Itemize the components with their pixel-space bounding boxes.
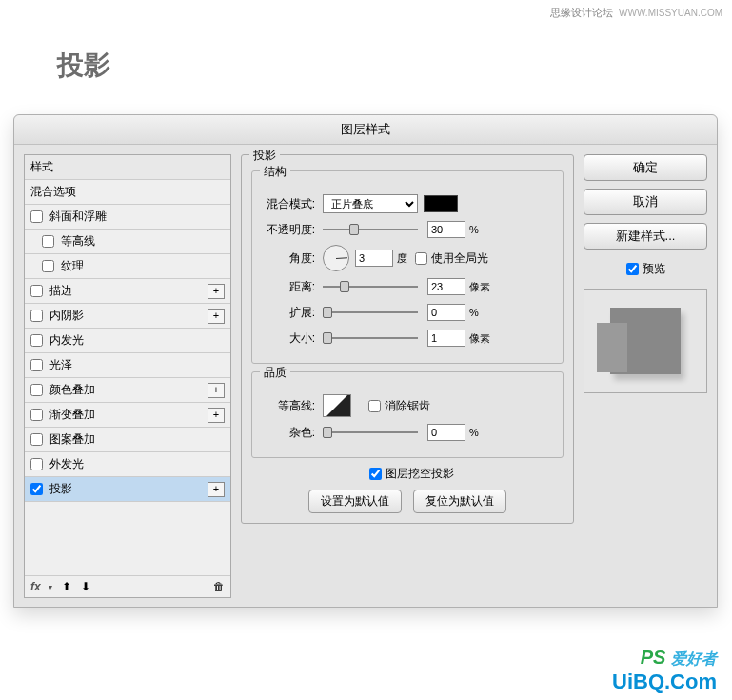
style-item-texture[interactable]: 纹理 xyxy=(25,254,230,279)
cancel-button[interactable]: 取消 xyxy=(584,189,707,215)
color-swatch[interactable] xyxy=(424,195,458,212)
opacity-input[interactable] xyxy=(427,221,465,238)
spread-label: 扩展: xyxy=(262,305,315,321)
style-item-bevel[interactable]: 斜面和浮雕 xyxy=(25,205,230,230)
style-item-drop-shadow[interactable]: 投影+ xyxy=(25,477,230,502)
distance-unit: 像素 xyxy=(469,280,490,294)
style-item-pattern-overlay[interactable]: 图案叠加 xyxy=(25,428,230,452)
angle-label: 角度: xyxy=(262,250,315,267)
blend-mode-label: 混合模式: xyxy=(262,196,315,212)
texture-checkbox[interactable] xyxy=(42,260,54,272)
gradient-overlay-checkbox[interactable] xyxy=(30,409,43,421)
distance-label: 距离: xyxy=(262,279,315,295)
preview-box xyxy=(584,289,707,393)
layer-style-dialog: 图层样式 样式 混合选项 斜面和浮雕 等高线 纹理 描边+ 内阴影+ 内发光 光… xyxy=(13,114,718,608)
group-legend: 投影 xyxy=(249,148,280,164)
spread-input[interactable] xyxy=(427,304,465,321)
brand-watermark: PS 爱好者 UiBQ.Com xyxy=(612,647,717,694)
spread-unit: % xyxy=(469,307,479,318)
blend-options-row[interactable]: 混合选项 xyxy=(25,180,230,205)
opacity-label: 不透明度: xyxy=(262,222,315,238)
preview-checkbox[interactable]: 预览 xyxy=(584,261,707,277)
inner-glow-checkbox[interactable] xyxy=(30,334,43,347)
color-overlay-checkbox[interactable] xyxy=(30,384,43,396)
style-item-inner-shadow[interactable]: 内阴影+ xyxy=(25,304,230,329)
make-default-button[interactable]: 设置为默认值 xyxy=(308,490,402,513)
arrow-up-icon[interactable]: ⬆ xyxy=(62,580,71,593)
dialog-title: 图层样式 xyxy=(14,115,717,145)
action-panel: 确定 取消 新建样式... 预览 xyxy=(584,154,707,598)
add-icon[interactable]: + xyxy=(208,408,225,423)
add-icon[interactable]: + xyxy=(208,309,225,324)
distance-input[interactable] xyxy=(427,278,465,295)
styles-sidebar: 样式 混合选项 斜面和浮雕 等高线 纹理 描边+ 内阴影+ 内发光 光泽 颜色叠… xyxy=(24,154,231,598)
structure-legend: 结构 xyxy=(260,164,290,180)
page-title: 投影 xyxy=(57,48,110,84)
bevel-checkbox[interactable] xyxy=(30,210,43,223)
angle-dial[interactable] xyxy=(323,245,349,271)
noise-input[interactable] xyxy=(427,424,465,441)
size-unit: 像素 xyxy=(469,331,490,346)
watermark: 思缘设计论坛WWW.MISSYUAN.COM xyxy=(550,6,722,20)
ok-button[interactable]: 确定 xyxy=(584,154,707,181)
settings-panel: 投影 结构 混合模式: 正片叠底 不透明度: % 角度 xyxy=(241,154,574,598)
satin-checkbox[interactable] xyxy=(30,359,43,371)
style-item-stroke[interactable]: 描边+ xyxy=(25,279,230,304)
style-item-contour[interactable]: 等高线 xyxy=(25,230,230,254)
style-item-color-overlay[interactable]: 颜色叠加+ xyxy=(25,378,230,403)
noise-label: 杂色: xyxy=(262,425,315,441)
reset-default-button[interactable]: 复位为默认值 xyxy=(413,490,506,513)
inner-shadow-checkbox[interactable] xyxy=(30,310,43,322)
list-footer: fx▾ ⬆ ⬇ 🗑 xyxy=(25,575,230,597)
styles-header[interactable]: 样式 xyxy=(25,155,230,180)
size-input[interactable] xyxy=(427,330,465,347)
blend-mode-select[interactable]: 正片叠底 xyxy=(323,194,418,213)
style-item-gradient-overlay[interactable]: 渐变叠加+ xyxy=(25,403,230,428)
style-item-outer-glow[interactable]: 外发光 xyxy=(25,452,230,477)
add-icon[interactable]: + xyxy=(208,284,225,299)
quality-legend: 品质 xyxy=(260,365,290,381)
global-light-checkbox[interactable]: 使用全局光 xyxy=(415,250,488,267)
angle-input[interactable] xyxy=(355,250,393,267)
add-icon[interactable]: + xyxy=(208,482,225,497)
opacity-slider[interactable] xyxy=(323,222,418,237)
knockout-checkbox[interactable]: 图层挖空投影 xyxy=(369,466,454,482)
fx-icon[interactable]: fx xyxy=(30,580,41,593)
noise-slider[interactable] xyxy=(323,425,418,440)
size-slider[interactable] xyxy=(323,330,418,346)
spread-slider[interactable] xyxy=(323,305,418,320)
drop-shadow-checkbox[interactable] xyxy=(30,483,43,495)
noise-unit: % xyxy=(469,427,479,438)
new-style-button[interactable]: 新建样式... xyxy=(584,223,707,250)
distance-slider[interactable] xyxy=(323,279,418,294)
pattern-overlay-checkbox[interactable] xyxy=(30,433,43,446)
angle-unit: 度 xyxy=(397,251,407,266)
arrow-down-icon[interactable]: ⬇ xyxy=(81,580,90,593)
style-item-satin[interactable]: 光泽 xyxy=(25,353,230,378)
trash-icon[interactable]: 🗑 xyxy=(213,580,225,593)
contour-label: 等高线: xyxy=(262,398,315,414)
style-item-inner-glow[interactable]: 内发光 xyxy=(25,329,230,353)
opacity-unit: % xyxy=(469,224,479,235)
contour-picker[interactable] xyxy=(323,394,351,417)
preview-swatch xyxy=(610,308,681,374)
add-icon[interactable]: + xyxy=(208,383,225,398)
contour-checkbox[interactable] xyxy=(42,235,54,248)
outer-glow-checkbox[interactable] xyxy=(30,458,43,470)
stroke-checkbox[interactable] xyxy=(30,285,43,297)
antialias-checkbox[interactable]: 消除锯齿 xyxy=(368,398,430,414)
size-label: 大小: xyxy=(262,330,315,347)
